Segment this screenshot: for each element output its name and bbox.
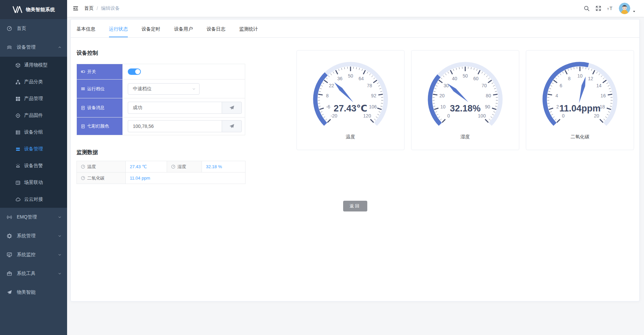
search-icon[interactable] (584, 5, 590, 11)
light-color-input[interactable] (128, 120, 222, 132)
monitor-label-cell: 湿度 (167, 161, 202, 173)
tab-device-logs[interactable]: 设备日志 (207, 27, 225, 37)
sidebar-item-cloud-link[interactable]: 云云对接 (0, 191, 67, 208)
meter-icon (81, 164, 85, 169)
bars-icon (81, 87, 85, 91)
svg-text:20: 20 (439, 93, 445, 98)
sidebar-item-device-alarm[interactable]: 设备告警 (0, 157, 67, 174)
page-content: 基本信息 运行状态 设备定时 设备用户 设备日志 监测统计 设备控制 (67, 17, 644, 335)
breadcrumb-current: 编辑设备 (101, 5, 120, 11)
tree-icon (15, 80, 20, 85)
chevron-down-icon (192, 87, 196, 91)
caret-down-icon[interactable] (632, 10, 636, 13)
gauge-card-temperature: -20-6822365064789210612027.43℃ 温度 (297, 50, 405, 150)
sidebar-item-scene-linkage[interactable]: 场景联动 (0, 174, 67, 191)
svg-text:70: 70 (482, 83, 487, 88)
send-color-button[interactable] (222, 120, 242, 132)
control-value-cell (123, 98, 245, 117)
control-row-switch: 开关 (77, 64, 245, 80)
device-message-input[interactable] (128, 102, 222, 114)
tab-monitor-stats[interactable]: 监测统计 (239, 27, 258, 37)
sidebar: 物美智能系统 首页 设备管理 通用物模型 产品分类 (0, 0, 67, 335)
alarm-icon (15, 163, 20, 169)
sidebar-item-product-category[interactable]: 产品分类 (0, 74, 67, 90)
sidebar-item-wumei-smart[interactable]: 物美智能 (0, 283, 67, 302)
control-label: 开关 (87, 69, 96, 75)
svg-text:11.04ppm: 11.04ppm (559, 103, 600, 113)
tab-device-users[interactable]: 设备用户 (174, 27, 193, 37)
sidebar-item-system-management[interactable]: 系统管理 (0, 227, 67, 245)
sidebar-item-label: 设备分组 (24, 129, 43, 135)
svg-text:10: 10 (577, 73, 583, 79)
tab-device-timer[interactable]: 设备定时 (142, 27, 160, 37)
paper-plane-icon (7, 290, 12, 295)
monitor-value-humidity: 32.18 % (202, 161, 246, 173)
svg-text:2: 2 (556, 104, 559, 109)
sidebar-item-label: 场景联动 (24, 180, 43, 186)
control-label-cell: 开关 (77, 64, 123, 80)
sidebar-item-device-management-group[interactable]: 设备管理 (0, 38, 67, 57)
sidebar-item-home[interactable]: 首页 (0, 19, 67, 38)
tab-basic-info[interactable]: 基本信息 (76, 27, 95, 37)
svg-text:12: 12 (588, 76, 593, 81)
font-size-icon[interactable]: TT (607, 5, 613, 11)
avatar[interactable] (619, 3, 630, 14)
gear-select[interactable]: 中速档位 (128, 83, 200, 95)
gauge-title: 湿度 (412, 134, 519, 140)
temperature-gauge: -20-6822365064789210612027.43℃ (297, 53, 404, 134)
control-value-cell (123, 117, 245, 135)
monitor-label-temperature: 温度 (87, 164, 96, 170)
sidebar-item-product-management[interactable]: 产品管理 (0, 90, 67, 107)
sidebar-item-system-tools[interactable]: 系统工具 (0, 264, 67, 283)
sidebar-item-system-monitor[interactable]: 系统监控 (0, 245, 67, 264)
gear-icon (7, 233, 12, 239)
sidebar-item-label: 产品固件 (24, 112, 43, 118)
sidebar-item-device-management[interactable]: 设备管理 (0, 141, 67, 157)
section-title-monitor-data: 监测数据 (76, 149, 245, 156)
control-row-light-color: 七彩灯颜色 (77, 117, 245, 135)
svg-text:4: 4 (555, 93, 558, 98)
sidebar-item-emq-management[interactable]: EMQ管理 (0, 208, 67, 227)
app-logo[interactable]: 物美智能系统 (0, 0, 67, 19)
sidebar-menu: 首页 设备管理 通用物模型 产品分类 产品管理 (0, 19, 67, 302)
svg-text:T: T (609, 6, 612, 11)
svg-text:16: 16 (600, 93, 606, 98)
layers-icon (7, 45, 12, 50)
back-button[interactable]: 返回 (343, 201, 367, 211)
svg-text:-6: -6 (326, 104, 330, 109)
tab-running-status[interactable]: 运行状态 (109, 27, 128, 37)
app-title: 物美智能系统 (26, 7, 55, 13)
send-message-button[interactable] (222, 102, 242, 114)
chevron-down-icon (58, 253, 62, 257)
cube-icon (15, 63, 20, 68)
briefcase-icon (7, 271, 12, 276)
sidebar-item-device-group[interactable]: 设备分组 (0, 124, 67, 141)
svg-text:-20: -20 (330, 113, 337, 118)
humidity-gauge: 010203040506070809010032.18% (412, 53, 519, 134)
monitor-row: 温度 27.43 ℃ 湿度 32.18 (77, 161, 246, 173)
dashboard-icon (7, 26, 12, 31)
svg-text:60: 60 (473, 76, 479, 81)
gauge-title: 温度 (297, 134, 404, 140)
breadcrumb: 首页 / 编辑设备 (84, 5, 120, 11)
sidebar-item-product-firmware[interactable]: 产品固件 (0, 107, 67, 124)
monitor-label-cell: 二氧化碳 (77, 173, 126, 184)
control-value-cell (123, 64, 245, 80)
switch-knob (135, 69, 140, 74)
monitor-label-humidity: 湿度 (177, 164, 186, 170)
control-label-cell: 七彩灯颜色 (77, 117, 123, 135)
power-switch-toggle[interactable] (128, 68, 141, 75)
svg-text:90: 90 (485, 104, 490, 109)
sidebar-fold-button[interactable] (73, 6, 78, 11)
sidebar-item-thing-model[interactable]: 通用物模型 (0, 57, 67, 74)
gauge-title: 二氧化碳 (526, 134, 634, 140)
chevron-down-icon (58, 215, 62, 219)
control-row-message: 设备消息 (77, 98, 245, 117)
breadcrumb-home-link[interactable]: 首页 (84, 5, 94, 11)
control-label-cell: 设备消息 (77, 98, 123, 117)
svg-text:100: 100 (478, 113, 486, 118)
svg-text:78: 78 (367, 83, 372, 88)
monitor-label-co2: 二氧化碳 (87, 175, 105, 181)
fullscreen-icon[interactable] (595, 5, 601, 11)
gauge-row: -20-6822365064789210612027.43℃ 温度 010203… (297, 50, 634, 150)
